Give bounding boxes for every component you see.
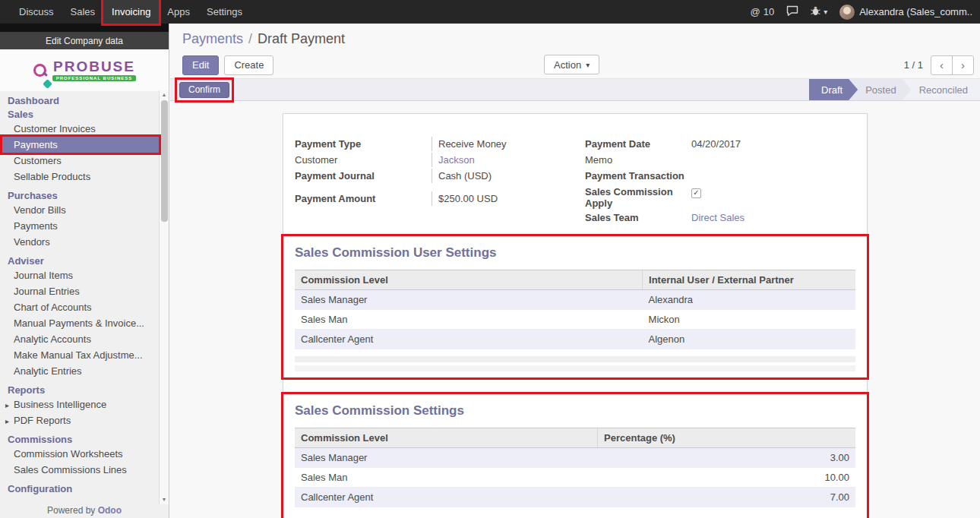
table-cell: Sales Man	[295, 310, 643, 330]
table-row: Callcenter Agent7.00	[295, 488, 855, 507]
action-label: Action	[554, 59, 581, 71]
table-row: Sales Man10.00	[295, 468, 855, 488]
edit-button[interactable]: Edit	[182, 55, 219, 75]
edit-company-button[interactable]: Edit Company data	[0, 32, 169, 49]
sidebar-item-journal-items[interactable]: Journal Items	[2, 267, 159, 283]
sidebar-item-commission-worksheets[interactable]: Commission Worksheets	[2, 446, 159, 462]
pager-next-button[interactable]: ›	[952, 55, 974, 75]
sidebar-heading-purchases[interactable]: Purchases	[0, 190, 169, 202]
form-field-customer: CustomerJackson	[295, 153, 575, 169]
form-field-sales-commission-apply: Sales Commission Apply✓	[585, 185, 855, 210]
sidebar-item-analytic-accounts[interactable]: Analytic Accounts	[2, 331, 159, 347]
create-button[interactable]: Create	[224, 55, 273, 75]
top-navbar: DiscussSalesInvoicingAppsSettings @10 ▾ …	[0, 0, 980, 24]
expand-caret-icon: ▸	[5, 397, 11, 412]
user-menu[interactable]: Alexandra (Sales_comm..	[839, 5, 972, 20]
column-header-internal-user-external-partner[interactable]: Internal User / External Partner	[643, 270, 855, 290]
nav-item-discuss[interactable]: Discuss	[11, 0, 62, 24]
payment-form-fields: Payment TypeReceive MoneyCustomerJackson…	[295, 137, 855, 226]
table-header-row: Commission LevelInternal User / External…	[295, 270, 855, 290]
nav-item-apps[interactable]: Apps	[159, 0, 198, 24]
sidebar-heading-dashboard[interactable]: Dashboard	[0, 95, 169, 107]
sidebar-item-journal-entries[interactable]: Journal Entries	[2, 283, 159, 299]
sales-commission-apply-checkbox[interactable]: ✓	[691, 188, 701, 198]
sidebar-item-make-manual-tax-adjustme[interactable]: Make Manual Tax Adjustme...	[2, 347, 159, 363]
user-settings-title: Sales Commission User Settings	[295, 245, 855, 261]
field-label-sales-commission-apply: Sales Commission Apply	[585, 185, 691, 210]
column-header-commission-level[interactable]: Commission Level	[295, 428, 598, 448]
action-dropdown-button[interactable]: Action ▾	[544, 55, 599, 74]
sidebar-item-business-intelligence[interactable]: ▸Business Intelligence	[2, 396, 159, 412]
table-cell: Sales Man	[295, 468, 598, 488]
activities-button[interactable]: @10	[750, 6, 774, 17]
scroll-up-icon[interactable]: ▲	[162, 90, 167, 99]
messages-button[interactable]	[786, 5, 798, 19]
field-label-memo: Memo	[585, 153, 691, 167]
main-content: Payments/Draft Payment Edit Create Actio…	[170, 24, 980, 518]
breadcrumb: Payments/Draft Payment	[182, 31, 974, 47]
stage-draft[interactable]: Draft	[809, 79, 858, 100]
sidebar-heading-configuration[interactable]: Configuration	[0, 483, 169, 495]
logo-subtitle: PROFESSIONAL BUSINESS	[52, 75, 137, 81]
sidebar-item-manual-payments-invoice[interactable]: Manual Payments & Invoice...	[2, 315, 159, 331]
nav-item-sales[interactable]: Sales	[62, 0, 104, 24]
scrollbar-thumb[interactable]	[161, 100, 168, 222]
confirm-button[interactable]: Confirm	[179, 82, 229, 98]
table-cell: Sales Manager	[295, 448, 598, 468]
field-label-payment-amount: Payment Amount	[295, 191, 432, 206]
table-cell: Callcenter Agent	[295, 330, 643, 349]
empty-row	[295, 365, 855, 371]
nav-item-invoicing[interactable]: Invoicing	[103, 0, 159, 24]
sidebar-item-analytic-entries[interactable]: Analytic Entries	[2, 363, 159, 379]
sidebar-heading-reports[interactable]: Reports	[0, 384, 169, 396]
field-label-customer: Customer	[295, 153, 432, 167]
pager-prev-button[interactable]: ‹	[931, 55, 953, 75]
sidebar-item-customer-invoices[interactable]: Customer Invoices	[2, 121, 159, 137]
sidebar-item-pdf-reports[interactable]: ▸PDF Reports	[2, 412, 159, 428]
odoo-link[interactable]: Odoo	[98, 505, 122, 516]
field-value-memo	[691, 153, 855, 166]
table-cell: 10.00	[598, 468, 855, 488]
pager-count: 1 / 1	[904, 59, 923, 71]
sidebar-item-vendor-bills[interactable]: Vendor Bills	[2, 202, 159, 218]
company-logo[interactable]: PROBUSE PROFESSIONAL BUSINESS	[0, 49, 169, 91]
commission-settings-annotation-box: Sales Commission Settings Commission Lev…	[281, 392, 869, 518]
navbar-right: @10 ▾ Alexandra (Sales_comm..	[750, 5, 980, 20]
user-name: Alexandra (Sales_comm..	[859, 6, 972, 17]
field-value-payment-journal: Cash (USD)	[432, 169, 575, 183]
sidebar-item-sales-commissions-lines[interactable]: Sales Commissions Lines	[2, 462, 159, 478]
chat-bubble-icon	[786, 5, 798, 19]
field-label-sales-team: Sales Team	[585, 210, 691, 225]
debug-menu-button[interactable]: ▾	[811, 5, 827, 18]
sidebar-scrollbar[interactable]: ▲ ▼	[159, 90, 169, 504]
field-value-sales-commission-apply: ✓	[691, 185, 855, 200]
table-cell: Algenon	[643, 330, 855, 349]
column-header-commission-level[interactable]: Commission Level	[295, 270, 643, 290]
activities-count: 10	[763, 6, 774, 17]
form-field-payment-type: Payment TypeReceive Money	[295, 137, 575, 153]
sidebar-heading-commissions[interactable]: Commissions	[0, 434, 169, 446]
field-value-payment-transaction	[691, 169, 855, 182]
link-direct-sales[interactable]: Direct Sales	[691, 212, 744, 223]
sidebar-item-sellable-products[interactable]: Sellable Products	[2, 169, 159, 185]
sidebar-heading-adviser[interactable]: Adviser	[0, 255, 169, 267]
sidebar-item-vendors[interactable]: Vendors	[2, 234, 159, 250]
caret-down-icon: ▾	[824, 8, 827, 16]
sidebar-heading-sales[interactable]: Sales	[0, 109, 169, 121]
scroll-down-icon[interactable]: ▼	[162, 495, 167, 504]
sidebar-item-customers[interactable]: Customers	[2, 153, 159, 169]
column-header-percentage[interactable]: Percentage (%)	[598, 428, 855, 448]
link-jackson[interactable]: Jackson	[438, 154, 475, 166]
table-header-row: Commission LevelPercentage (%)	[295, 428, 855, 448]
stage-reconciled[interactable]: Reconciled	[901, 79, 980, 100]
sidebar-item-payments[interactable]: Payments	[2, 218, 159, 234]
sidebar-item-payments[interactable]: Payments	[2, 137, 159, 153]
field-value-sales-team: Direct Sales	[691, 210, 855, 225]
field-value-payment-amount: $250.00 USD	[432, 191, 575, 206]
form-field-payment-amount: Payment Amount$250.00 USD	[295, 191, 575, 207]
nav-item-settings[interactable]: Settings	[198, 0, 251, 24]
breadcrumb-payments-link[interactable]: Payments	[182, 31, 243, 46]
form-left-column: Payment TypeReceive MoneyCustomerJackson…	[295, 137, 575, 226]
sidebar-item-chart-of-accounts[interactable]: Chart of Accounts	[2, 299, 159, 315]
user-settings-table: Commission LevelInternal User / External…	[295, 270, 855, 349]
